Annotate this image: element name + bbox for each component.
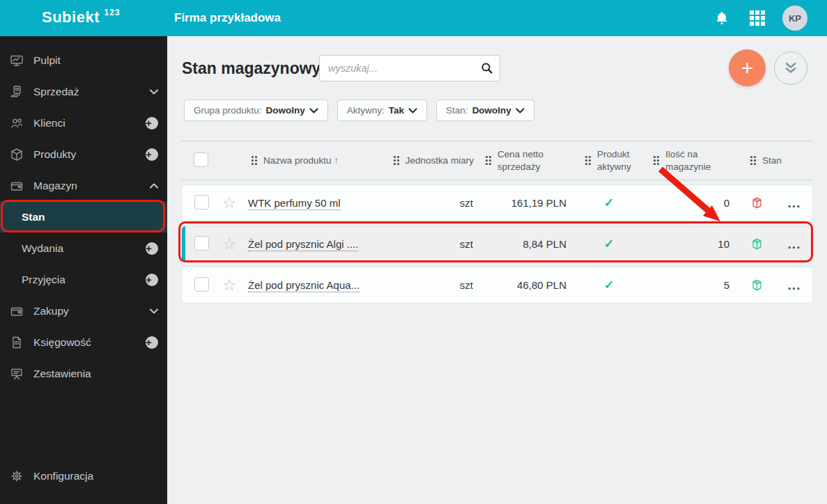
drag-handle-icon[interactable]: [750, 155, 757, 166]
header-label: Jednostka miary: [405, 155, 474, 167]
header-quantity[interactable]: Ilość na magazynie: [644, 148, 739, 173]
product-link[interactable]: WTK perfumy 50 ml: [248, 197, 341, 210]
filter-product-group[interactable]: Grupa produktu: Dowolny: [184, 100, 328, 121]
drag-handle-icon[interactable]: [485, 155, 492, 166]
drag-handle-icon[interactable]: [585, 155, 592, 166]
sidebar-label: Wydania: [22, 242, 63, 255]
row-menu-button[interactable]: ...: [776, 240, 812, 248]
add-plus-icon[interactable]: +: [146, 274, 158, 286]
active-check-icon: ✓: [604, 196, 614, 210]
sidebar-label: Zestawienia: [33, 368, 91, 380]
sidebar-label: Stan: [22, 211, 45, 223]
favorite-star-icon[interactable]: ☆: [222, 194, 237, 212]
chevron-down-icon[interactable]: [150, 89, 158, 95]
header-stock-state[interactable]: Stan: [739, 155, 777, 167]
sidebar-item-klienci[interactable]: Klienci +: [0, 107, 167, 139]
document-icon: [9, 335, 24, 350]
company-name: Firma przykładowa: [174, 11, 281, 25]
filter-stock-state[interactable]: Stan: Dowolny: [436, 100, 534, 121]
header-label: Nazwa produktu: [263, 155, 332, 167]
header-product-name[interactable]: Nazwa produktu↑: [244, 155, 376, 167]
add-plus-icon[interactable]: +: [146, 148, 158, 161]
stock-package-icon: [752, 278, 762, 292]
sidebar-label: Przyjęcia: [22, 274, 65, 286]
header-net-price[interactable]: Cena netto sprzedaży: [481, 148, 575, 173]
quantity-cell: 0: [644, 197, 738, 209]
expand-more-button[interactable]: [774, 52, 807, 85]
sidebar-item-wydania[interactable]: Wydania +: [0, 233, 167, 264]
sidebar-label: Magazyn: [33, 180, 77, 192]
sales-icon: [9, 84, 24, 100]
filter-value: Dowolny: [266, 105, 305, 116]
filter-bar: Grupa produktu: Dowolny Aktywny: Tak Sta…: [184, 100, 534, 121]
header-label: Cena netto sprzedaży: [497, 148, 555, 173]
sort-ascending-icon: ↑: [334, 155, 339, 166]
add-button[interactable]: +: [729, 49, 766, 86]
table-row: ☆ WTK perfumy 50 ml szt 161,19 PLN ✓ 0 .…: [181, 184, 813, 221]
desktop-icon: [9, 53, 24, 68]
sidebar-item-magazyn[interactable]: Magazyn: [0, 170, 167, 201]
sidebar-label: Konfiguracja: [33, 470, 93, 482]
add-plus-icon[interactable]: +: [146, 117, 158, 129]
filter-value: Tak: [389, 105, 404, 116]
double-chevron-down-icon: [784, 62, 798, 74]
stock-package-icon: [752, 196, 762, 210]
sidebar-item-przyjecia[interactable]: Przyjęcia +: [0, 264, 167, 295]
table-row-highlighted: ☆ Żel pod prysznic Algi .... szt 8,84 PL…: [181, 226, 813, 262]
search-icon[interactable]: [481, 62, 493, 74]
sidebar-item-konfiguracja[interactable]: Konfiguracja: [0, 460, 167, 491]
main-content: Stan magazynowy + Grupa produktu: Dowoln…: [167, 36, 827, 504]
sidebar-item-zestawienia[interactable]: Zestawienia: [0, 358, 167, 389]
row-checkbox[interactable]: [194, 195, 209, 210]
sidebar-item-zakupy[interactable]: Zakupy: [0, 295, 167, 326]
sidebar: Pulpit Sprzedaż Klienci + Produkty + Mag…: [0, 36, 167, 504]
sidebar-label: Sprzedaż: [33, 86, 79, 98]
sidebar-item-pulpit[interactable]: Pulpit: [0, 45, 167, 76]
header-label: Produkt aktywny: [597, 148, 639, 173]
apps-grid-icon[interactable]: [750, 10, 766, 27]
favorite-star-icon[interactable]: ☆: [222, 276, 237, 294]
chevron-down-icon: [408, 108, 417, 113]
drag-handle-icon[interactable]: [251, 155, 258, 166]
sidebar-label: Zakupy: [33, 305, 69, 317]
presentation-icon: [9, 366, 24, 381]
sidebar-item-sprzedaz[interactable]: Sprzedaż: [0, 76, 167, 107]
inventory-table: Nazwa produktu↑ Jednostka miary Cena net…: [181, 141, 813, 304]
favorite-star-icon[interactable]: ☆: [222, 235, 237, 253]
sidebar-label: Klienci: [33, 117, 65, 129]
quantity-cell: 5: [644, 279, 738, 291]
price-cell: 8,84 PLN: [480, 238, 574, 250]
sidebar-item-ksiegowosc[interactable]: Księgowość +: [0, 326, 167, 358]
drag-handle-icon[interactable]: [653, 155, 660, 166]
active-check-icon: ✓: [604, 237, 614, 251]
select-all-checkbox[interactable]: [194, 152, 208, 167]
product-link[interactable]: Żel pod prysznic Algi ....: [248, 238, 358, 251]
topbar: Subiekt 123 Firma przykładowa KP: [0, 0, 827, 36]
search-input[interactable]: [319, 55, 500, 81]
sidebar-label: Księgowość: [33, 336, 91, 349]
sidebar-item-produkty[interactable]: Produkty +: [0, 139, 167, 170]
chevron-up-icon[interactable]: [150, 183, 158, 189]
add-plus-icon[interactable]: +: [146, 336, 158, 349]
page-title: Stan magazynowy: [182, 59, 320, 78]
header-label: Stan: [762, 155, 782, 167]
sidebar-item-stan[interactable]: Stan: [0, 201, 167, 233]
header-product-active[interactable]: Produkt aktywny: [575, 148, 644, 173]
filter-active[interactable]: Aktywny: Tak: [337, 100, 427, 121]
search-box: [319, 55, 500, 81]
row-checkbox[interactable]: [194, 277, 209, 292]
drag-handle-icon[interactable]: [393, 155, 400, 166]
notifications-bell-icon[interactable]: [713, 10, 730, 26]
add-plus-icon[interactable]: +: [146, 242, 158, 255]
chevron-down-icon[interactable]: [150, 308, 158, 314]
header-label: Ilość na magazynie: [665, 148, 721, 173]
row-checkbox[interactable]: [194, 236, 209, 251]
sidebar-label: Produkty: [33, 148, 76, 161]
product-link[interactable]: Żel pod prysznic Aqua...: [248, 279, 360, 292]
price-cell: 46,80 PLN: [480, 279, 574, 291]
header-unit[interactable]: Jednostka miary: [376, 155, 481, 167]
row-menu-button[interactable]: ...: [776, 199, 812, 207]
active-check-icon: ✓: [604, 278, 614, 292]
user-avatar[interactable]: KP: [782, 6, 807, 31]
row-menu-button[interactable]: ...: [776, 281, 812, 289]
